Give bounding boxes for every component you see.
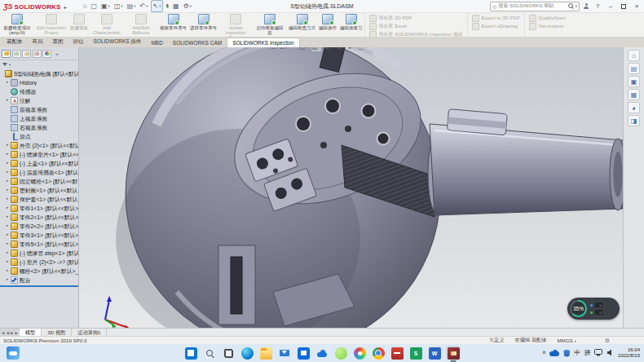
edit-measure-method-button[interactable]: 编辑测量方 xyxy=(338,12,364,37)
security-shield-icon[interactable] xyxy=(563,350,570,357)
tree-item-history[interactable]: ▸ History xyxy=(0,78,78,87)
tree-item-sensors[interactable]: ▸ 传感器 xyxy=(0,87,78,96)
chrome-icon[interactable] xyxy=(371,346,386,360)
store-icon[interactable] xyxy=(296,346,311,360)
display-settings-button[interactable]: ▦ xyxy=(171,1,181,11)
qualityxpert-button[interactable]: QualityXpert xyxy=(529,15,566,21)
new-inspection-project-button[interactable]: 新建检查项目 (amp;N) xyxy=(0,12,34,37)
tab-layout[interactable]: 布局 xyxy=(28,37,48,47)
word-app-icon[interactable]: W xyxy=(427,346,442,360)
tab-assembly[interactable]: 装配体 xyxy=(2,37,28,47)
screen-recorder-overlay[interactable]: 35% xyxy=(567,298,620,320)
edit-operation-button[interactable]: 编辑操作 xyxy=(317,12,338,37)
scroll-next-icon[interactable]: ▶ xyxy=(11,331,13,335)
menu-flyout-icon[interactable]: ▸ xyxy=(64,4,67,10)
export-edrawing-button[interactable]: Export eDrawing xyxy=(472,23,520,29)
help-button[interactable]: ? xyxy=(593,2,602,11)
scroll-first-icon[interactable]: ◀ xyxy=(2,331,4,335)
minimize-button[interactable]: – xyxy=(606,2,615,11)
panel-overflow-icon[interactable]: » xyxy=(53,50,62,58)
export-2d-pdf-button[interactable]: 导出至 2D PDF xyxy=(369,15,463,21)
status-settings-icon[interactable]: ⚙ xyxy=(605,338,610,344)
launch-template-editor-button[interactable]: 启动模板编辑器 xyxy=(253,12,287,37)
new-file-button[interactable]: ▢ xyxy=(89,1,99,11)
onedrive-app-icon[interactable] xyxy=(315,346,329,360)
tree-item-part[interactable]: ▸ 零件2<2> (默认<<默认>_显示状态 xyxy=(0,222,78,231)
tree-item-part[interactable]: ▸ (-) 温度传感器<1> (默认<<默认>_显 xyxy=(0,168,78,177)
mail-icon[interactable] xyxy=(277,346,292,360)
tree-item-top-plane[interactable]: ▸ 上视基准面 xyxy=(0,114,78,123)
speaker-icon[interactable] xyxy=(607,349,614,357)
tree-item-right-plane[interactable]: ▸ 右视基准面 xyxy=(0,123,78,132)
ime-language-indicator[interactable]: 中 xyxy=(574,349,580,357)
custom-properties-icon[interactable]: ◨ xyxy=(628,115,640,126)
home-button[interactable]: ⌂ xyxy=(82,1,89,11)
tree-root-assembly[interactable]: ▸ S型铂铑热电偶 (默认<默认_显示状态-1>) xyxy=(0,69,78,78)
tree-item-part[interactable]: ▸ (-) 垫片 (2)<2> ->? (默认<<默认>_ xyxy=(0,258,78,267)
undo-button[interactable]: ↶ xyxy=(139,1,150,11)
rebuild-button[interactable]: ● xyxy=(164,1,170,11)
tree-item-mates[interactable]: ▸ 配合 xyxy=(0,276,78,285)
photos-icon[interactable] xyxy=(352,346,367,360)
select-balloon-button[interactable]: 选择零件序号 xyxy=(188,12,218,37)
recorder-camera-icon[interactable] xyxy=(595,302,602,307)
tree-item-part[interactable]: ▸ 零件3<1> (默认<<默认>_显示状态 xyxy=(0,231,78,240)
open-button[interactable]: ▣ xyxy=(99,1,112,11)
units-selector[interactable]: MMGS▾ xyxy=(557,338,576,343)
net-inspect-button[interactable]: Net-Inspect xyxy=(529,23,566,29)
featuremanager-tab-icon[interactable] xyxy=(2,50,11,58)
spreadsheet-app-icon[interactable]: S xyxy=(408,346,423,360)
print-button[interactable]: ▤ xyxy=(126,1,138,11)
file-explorer-icon[interactable]: ▣ xyxy=(628,76,640,87)
displaymanager-tab-icon[interactable] xyxy=(42,50,51,58)
edge-icon[interactable] xyxy=(240,346,254,360)
edit-inspection-method-button[interactable]: 编辑检查方式 xyxy=(287,12,317,37)
add-edit-balloons-button[interactable]: Add/Edit Balloons xyxy=(124,12,158,37)
green-app-icon[interactable] xyxy=(333,346,348,360)
restore-button[interactable] xyxy=(619,2,629,11)
propertymanager-tab-icon[interactable] xyxy=(12,50,21,58)
scroll-prev-icon[interactable]: ◀ xyxy=(6,331,8,335)
tree-item-front-plane[interactable]: ▸ 前视基准面 xyxy=(0,105,78,114)
tree-item-part[interactable]: ▸ (-) 绝缘垫片<1> (默认<<默认>_显示 xyxy=(0,150,78,159)
edit-inspection-project-button[interactable]: Edit Inspection Project xyxy=(34,12,68,37)
taskbar-clock[interactable]: 16:04 2022/8/15 xyxy=(618,347,640,359)
solidworks-app-icon[interactable] xyxy=(446,346,461,360)
remove-balloon-button[interactable]: 移除零件序号 xyxy=(158,12,188,37)
tab-solidworks-inspection[interactable]: SOLIDWORKS Inspection xyxy=(227,38,300,47)
ime-scheme-indicator[interactable]: 拼 xyxy=(584,349,591,357)
tree-item-part[interactable]: ▸ (-) 上盖<1> (默认<<默认>_显示状态 xyxy=(0,159,78,168)
search-input[interactable]: ◎ 搜索 SOLIDWORKS 帮助 ▾ xyxy=(490,2,580,11)
start-button[interactable] xyxy=(183,346,198,360)
tree-item-part[interactable]: ▸ 零件1<1> (默认<<默认>_显示状态 xyxy=(0,204,78,213)
export-sw-inspection-button[interactable]: 导出至 SOLIDWORKS Inspection 项目 xyxy=(369,31,463,38)
tree-item-part[interactable]: ▸ 螺栓<2> (默认<<默认>_显示状态 xyxy=(0,267,78,276)
monitor-tray-icon[interactable] xyxy=(594,349,602,357)
add-characteristic-button[interactable]: Add Characteristic xyxy=(90,12,124,37)
appearances-scenes-icon[interactable]: ◕ xyxy=(628,102,640,113)
tree-item-part[interactable]: ▸ (-) 绝缘管.step<1> (默认<<默认>_ xyxy=(0,249,78,258)
search-icon[interactable] xyxy=(568,3,574,9)
tree-item-part[interactable]: ▸ 零件2<1> (默认<<默认>_显示状态 xyxy=(0,213,78,222)
task-view-button[interactable] xyxy=(221,346,236,360)
search-scope-icon[interactable]: ◎ xyxy=(492,3,496,9)
tab-mbd[interactable]: MBD xyxy=(146,38,167,47)
tree-item-origin[interactable]: ▸ 原点 xyxy=(0,132,78,141)
scroll-last-icon[interactable]: ▶ xyxy=(15,331,17,335)
tab-evaluate[interactable]: 评估 xyxy=(68,37,89,47)
tree-item-part[interactable]: ▸ 零件5<1> (默认<<默认>_显示状态 xyxy=(0,240,78,249)
tree-item-part[interactable]: ▸ 保护套<1> (默认<<默认>_显示状态 xyxy=(0,195,78,204)
search-dropdown-icon[interactable]: ▾ xyxy=(576,4,577,8)
solidworks-resources-icon[interactable]: ⌂ xyxy=(628,50,640,61)
close-button[interactable]: × xyxy=(632,2,642,11)
tree-filter[interactable]: ▾ xyxy=(0,60,78,68)
export-3d-pdf-button[interactable]: Export to 3D PDF xyxy=(472,15,520,21)
options-button[interactable]: ⚙ xyxy=(182,1,193,11)
tab-sketch[interactable]: 草图 xyxy=(48,37,68,47)
save-button[interactable]: ◫ xyxy=(112,1,125,11)
tree-item-part[interactable]: ▸ 外壳 (2)<1> (默认<<默认>_显示状态 xyxy=(0,141,78,150)
model-3d-canvas[interactable] xyxy=(79,47,623,329)
login-icon[interactable] xyxy=(583,3,589,10)
search-button[interactable] xyxy=(202,346,217,360)
tab-solidworks-addins[interactable]: SOLIDWORKS 插件 xyxy=(89,37,147,47)
